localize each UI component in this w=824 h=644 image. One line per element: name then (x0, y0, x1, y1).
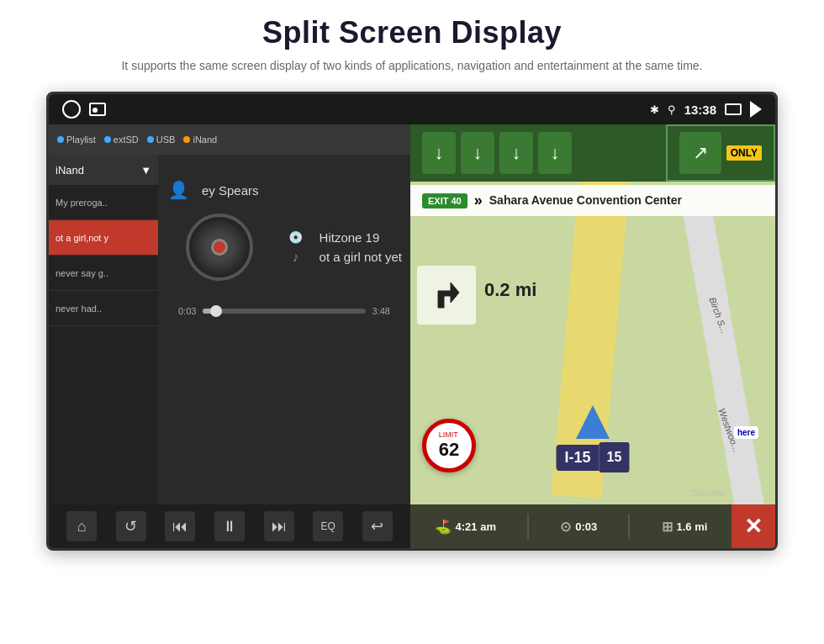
speed-value: LIMIT 62 (439, 430, 459, 461)
status-left (62, 100, 106, 119)
device-frame: ✱ ⚲ 13:38 Playlist extSD (46, 92, 778, 551)
right-sign: ↗ ONLY (666, 124, 775, 182)
list-item[interactable]: never had.. (49, 291, 158, 326)
turn-distance: 0.2 mi (484, 279, 536, 301)
divider2 (628, 514, 630, 539)
elapsed-stat: ⊙ 0:03 (560, 519, 597, 535)
back-icon (750, 101, 762, 118)
window-icon (725, 103, 742, 115)
nav-info: ⛳ 4:21 am ⊙ 0:03 ⊞ 1.6 mi (410, 514, 732, 539)
exit-info: EXIT 40 » Sahara Avenue Convention Cente… (410, 185, 775, 216)
highway-shield: 15 (600, 442, 630, 472)
album-art (186, 214, 253, 281)
watermark: Seicane (691, 488, 725, 498)
playlist-sidebar: iNand ▼ My preroga.. ot a girl,not y nev… (49, 155, 158, 504)
progress-thumb (210, 305, 222, 317)
time-total: 3:48 (372, 306, 390, 316)
circle-icon (62, 100, 81, 119)
nav-close-button[interactable]: ✕ (732, 504, 775, 548)
list-item[interactable]: My preroga.. (49, 185, 158, 220)
map-bg: Birch S... Westwoo... ↓ ↓ ↓ ↓ ↗ ONLY (410, 124, 775, 548)
arrow-down-1: ↓ (422, 132, 456, 174)
album-info: 💿 Hitzone 19 (284, 230, 402, 245)
arrow-down-2: ↓ (461, 132, 494, 174)
eta-stat: ⛳ 4:21 am (435, 519, 496, 535)
highway-text: I-15 (556, 445, 599, 471)
arrow-up-right: ↗ (679, 132, 721, 174)
album-icon: 💿 (284, 230, 308, 244)
nav-bottom-bar: ⛳ 4:21 am ⊙ 0:03 ⊞ 1.6 mi (410, 504, 775, 548)
elapsed-value: 0:03 (575, 520, 597, 533)
here-logo: here (734, 426, 758, 439)
source-inand[interactable]: iNand (183, 135, 217, 145)
repeat-button[interactable]: ↺ (116, 511, 146, 541)
artist-name: ey Spears (202, 183, 259, 198)
track-info: 👤 ey Spears 💿 Hitzone 19 (166, 180, 402, 281)
turn-indicator: 0.2 mi (410, 259, 543, 331)
exit-text: Sahara Avenue Convention Center (489, 193, 682, 208)
exit-badge: EXIT 40 (422, 193, 467, 209)
album-row: 💿 Hitzone 19 ♪ ot a girl not yet (284, 230, 402, 265)
progress-bar[interactable] (203, 309, 365, 314)
remaining-icon: ⊞ (662, 519, 673, 535)
music-panel: Playlist extSD USB iNand (49, 124, 410, 548)
remaining-value: 1.6 mi (677, 520, 708, 533)
turn-icon-box (417, 266, 476, 325)
turn-svg (425, 274, 467, 316)
highway-badge: I-15 15 (556, 442, 629, 472)
remaining-stat: ⊞ 1.6 mi (662, 519, 708, 535)
split-container: Playlist extSD USB iNand (49, 124, 775, 548)
controls-bar: ⌂ ↺ ⏮ ⏸ ⏭ EQ ↩ (49, 504, 410, 548)
album-center (211, 239, 228, 256)
time-current: 0:03 (178, 306, 196, 316)
pause-button[interactable]: ⏸ (214, 511, 245, 541)
song-name: ot a girl not yet (320, 250, 402, 264)
arrow-down-3: ↓ (499, 132, 533, 174)
artist-icon: 👤 (166, 180, 190, 200)
playlist-items: My preroga.. ot a girl,not y never say g… (49, 185, 158, 504)
eta-icon: ⛳ (435, 519, 452, 535)
source-usb[interactable]: USB (147, 135, 176, 145)
next-button[interactable]: ⏭ (264, 511, 294, 541)
song-icon: ♪ (284, 250, 308, 265)
speed-sign: LIMIT 62 (422, 419, 476, 472)
back-button[interactable]: ↩ (362, 511, 393, 541)
album-name: Hitzone 19 (320, 230, 380, 245)
album-art-row: 💿 Hitzone 19 ♪ ot a girl not yet (166, 214, 402, 281)
progress-bar-container: 0:03 3:48 (178, 306, 390, 316)
image-icon (89, 103, 106, 116)
music-body: iNand ▼ My preroga.. ot a girl,not y nev… (49, 155, 410, 504)
source-extsd[interactable]: extSD (104, 135, 139, 145)
now-playing: 👤 ey Spears 💿 Hitzone 19 (158, 155, 410, 504)
artist-row: 👤 ey Spears (166, 180, 402, 200)
direction-arrows: ↓ ↓ ↓ ↓ (410, 124, 666, 182)
route-triangle (576, 405, 610, 439)
progress-section: 0:03 3:48 (166, 298, 402, 316)
source-playlist[interactable]: Playlist (57, 135, 96, 145)
song-info: ♪ ot a girl not yet (284, 250, 402, 265)
status-time: 13:38 (684, 103, 716, 117)
arrow-icon: » (474, 192, 483, 209)
location-icon: ⚲ (668, 103, 676, 116)
list-item[interactable]: ot a girl,not y (49, 220, 158, 256)
dropdown-icon: ▼ (140, 164, 151, 177)
list-item[interactable]: never say g.. (49, 256, 158, 291)
page-header: Split Screen Display It supports the sam… (0, 0, 824, 83)
eta-value: 4:21 am (456, 520, 496, 533)
page-subtitle: It supports the same screen display of t… (0, 57, 824, 75)
bluetooth-icon: ✱ (650, 103, 659, 116)
divider1 (527, 514, 529, 539)
status-right: ✱ ⚲ 13:38 (650, 101, 762, 118)
page-title: Split Screen Display (0, 15, 824, 50)
home-button[interactable]: ⌂ (66, 511, 97, 541)
direction-banner: ↓ ↓ ↓ ↓ ↗ ONLY (410, 124, 775, 182)
status-bar: ✱ ⚲ 13:38 (49, 94, 775, 124)
prev-button[interactable]: ⏮ (165, 511, 195, 541)
eq-button[interactable]: EQ (313, 511, 343, 541)
music-sources: Playlist extSD USB iNand (49, 124, 410, 155)
playlist-label: iNand (55, 164, 84, 177)
elapsed-icon: ⊙ (560, 519, 571, 535)
nav-panel: Birch S... Westwoo... ↓ ↓ ↓ ↓ ↗ ONLY (410, 124, 775, 548)
only-badge: ONLY (726, 145, 762, 161)
playlist-header[interactable]: iNand ▼ (49, 155, 158, 185)
